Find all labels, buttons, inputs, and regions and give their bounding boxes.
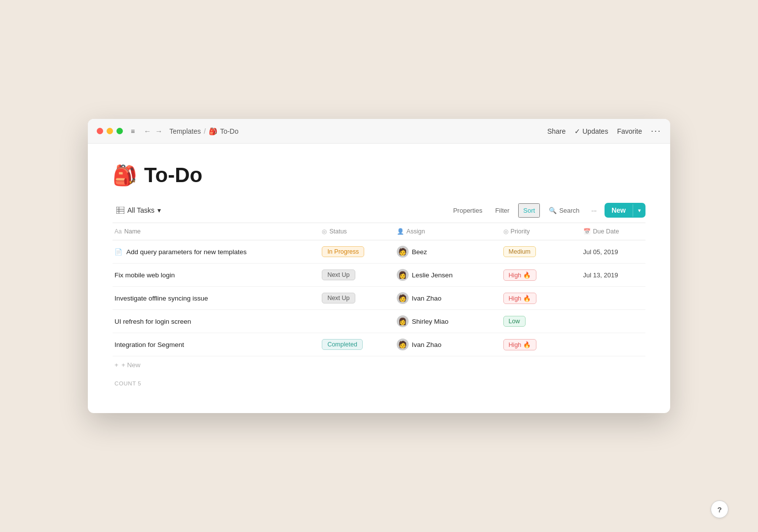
nav-arrows: ← → xyxy=(143,126,163,136)
new-button[interactable]: New ▾ xyxy=(605,203,645,218)
all-tasks-button[interactable]: All Tasks ▾ xyxy=(113,204,165,217)
task-assign-cell[interactable]: 🧑 Ivan Zhao xyxy=(390,287,496,310)
task-status-cell[interactable] xyxy=(315,310,389,333)
task-assign-cell[interactable]: 🧑 Beez xyxy=(390,240,496,264)
toolbar-right: Properties Filter Sort 🔍 Search ··· New … xyxy=(449,203,645,218)
priority-badge[interactable]: High 🔥 xyxy=(503,339,536,350)
page-header: 🎒 To-Do xyxy=(113,163,645,187)
breadcrumb-parent[interactable]: Templates xyxy=(169,127,201,135)
sort-button[interactable]: Sort xyxy=(518,203,540,218)
task-priority-cell[interactable]: High 🔥 xyxy=(496,287,576,310)
breadcrumb-separator: / xyxy=(204,127,206,135)
new-button-chevron-icon[interactable]: ▾ xyxy=(633,204,645,217)
search-button[interactable]: 🔍 Search xyxy=(545,204,583,217)
task-priority-cell[interactable]: Medium xyxy=(496,240,576,264)
more-options-button[interactable]: ··· xyxy=(651,126,661,136)
count-number: 5 xyxy=(138,380,141,386)
count-label: COUNT xyxy=(114,380,136,386)
table-row[interactable]: Integration for Segment Completed 🧑 Ivan… xyxy=(113,333,645,356)
titlebar: ≡ ← → Templates / 🎒 To-Do Share ✓ Update… xyxy=(88,119,670,144)
avatar: 🧑 xyxy=(397,339,409,350)
status-badge[interactable]: In Progress xyxy=(322,246,364,257)
properties-button[interactable]: Properties xyxy=(449,204,486,217)
priority-badge[interactable]: High 🔥 xyxy=(503,269,536,281)
assign-col-icon: 👤 xyxy=(397,228,404,235)
maximize-button[interactable] xyxy=(116,128,123,134)
task-name-cell: Investigate offline syncing issue xyxy=(113,287,315,310)
toolbar-more-button[interactable]: ··· xyxy=(588,204,600,217)
table-row[interactable]: Investigate offline syncing issue Next U… xyxy=(113,287,645,310)
task-status-cell[interactable]: Next Up xyxy=(315,264,389,287)
status-badge[interactable]: Next Up xyxy=(322,269,355,280)
assignee-name: Shirley Miao xyxy=(412,318,449,325)
status-col-icon: ◎ xyxy=(322,228,327,235)
svg-rect-0 xyxy=(116,207,124,214)
updates-check-icon: ✓ xyxy=(574,127,580,135)
table-header-row: AaName ◎Status 👤Assign ◎Priority 📅Due Da… xyxy=(113,223,645,240)
task-priority-cell[interactable]: Low xyxy=(496,310,576,333)
doc-icon: 📄 xyxy=(114,248,122,256)
priority-col-icon: ◎ xyxy=(503,228,508,235)
task-assign-cell[interactable]: 👩 Leslie Jensen xyxy=(390,264,496,287)
col-header-assign[interactable]: 👤Assign xyxy=(390,223,496,240)
traffic-lights xyxy=(97,128,123,134)
share-button[interactable]: Share xyxy=(547,127,566,135)
table-row[interactable]: 📄 Add query parameters for new templates… xyxy=(113,240,645,264)
table-row[interactable]: Fix mobile web login Next Up 👩 Leslie Je… xyxy=(113,264,645,287)
priority-badge[interactable]: Low xyxy=(503,316,526,327)
breadcrumb-current[interactable]: To-Do xyxy=(220,127,238,135)
menu-icon[interactable]: ≡ xyxy=(129,126,137,136)
col-header-due-date[interactable]: 📅Due Date xyxy=(576,223,645,240)
favorite-button[interactable]: Favorite xyxy=(617,127,642,135)
task-name[interactable]: Investigate offline syncing issue xyxy=(114,295,208,302)
tasks-table: AaName ◎Status 👤Assign ◎Priority 📅Due Da… xyxy=(113,223,645,356)
col-header-priority[interactable]: ◎Priority xyxy=(496,223,576,240)
add-new-row[interactable]: + + New xyxy=(113,356,645,374)
task-name-cell: 📄 Add query parameters for new templates xyxy=(113,240,315,264)
task-priority-cell[interactable]: High 🔥 xyxy=(496,333,576,356)
task-assign-cell[interactable]: 👩 Shirley Miao xyxy=(390,310,496,333)
task-name[interactable]: Integration for Segment xyxy=(114,341,184,348)
task-status-cell[interactable]: Next Up xyxy=(315,287,389,310)
close-button[interactable] xyxy=(97,128,103,134)
forward-button[interactable]: → xyxy=(154,126,163,136)
task-name[interactable]: UI refresh for login screen xyxy=(114,318,191,325)
main-content: 🎒 To-Do All Tasks ▾ Properties Filter So… xyxy=(88,144,670,413)
count-row: COUNT 5 xyxy=(113,374,645,393)
task-assign-cell[interactable]: 🧑 Ivan Zhao xyxy=(390,333,496,356)
help-button[interactable]: ? xyxy=(711,500,728,518)
breadcrumb: Templates / 🎒 To-Do xyxy=(169,127,238,135)
priority-badge[interactable]: Medium xyxy=(503,246,536,257)
app-window: ≡ ← → Templates / 🎒 To-Do Share ✓ Update… xyxy=(88,119,670,413)
page-title: To-Do xyxy=(144,163,202,187)
task-name-cell: Integration for Segment xyxy=(113,333,315,356)
due-date-col-icon: 📅 xyxy=(583,228,591,235)
assignee-name: Ivan Zhao xyxy=(412,295,442,302)
updates-button[interactable]: ✓ Updates xyxy=(574,127,608,135)
task-name[interactable]: Add query parameters for new templates xyxy=(126,248,247,256)
task-due-date-cell: Jul 05, 2019 xyxy=(576,240,645,264)
task-name-cell: Fix mobile web login xyxy=(113,264,315,287)
filter-button[interactable]: Filter xyxy=(491,204,513,217)
back-button[interactable]: ← xyxy=(143,126,152,136)
updates-label: Updates xyxy=(582,127,608,135)
all-tasks-chevron-icon: ▾ xyxy=(157,206,161,214)
status-badge[interactable]: Completed xyxy=(322,339,362,350)
assignee-name: Leslie Jensen xyxy=(412,271,453,279)
task-priority-cell[interactable]: High 🔥 xyxy=(496,264,576,287)
priority-badge[interactable]: High 🔥 xyxy=(503,293,536,304)
table-icon xyxy=(116,207,124,214)
minimize-button[interactable] xyxy=(107,128,113,134)
col-header-status[interactable]: ◎Status xyxy=(315,223,389,240)
status-badge[interactable]: Next Up xyxy=(322,293,355,304)
col-header-name[interactable]: AaName xyxy=(113,223,315,240)
task-status-cell[interactable]: In Progress xyxy=(315,240,389,264)
task-name[interactable]: Fix mobile web login xyxy=(114,271,175,279)
task-status-cell[interactable]: Completed xyxy=(315,333,389,356)
table-row[interactable]: UI refresh for login screen 👩 Shirley Mi… xyxy=(113,310,645,333)
new-button-label: New xyxy=(605,203,633,218)
all-tasks-label: All Tasks xyxy=(127,206,154,214)
search-label: Search xyxy=(559,207,579,214)
task-name-cell: UI refresh for login screen xyxy=(113,310,315,333)
avatar: 👩 xyxy=(397,315,409,327)
